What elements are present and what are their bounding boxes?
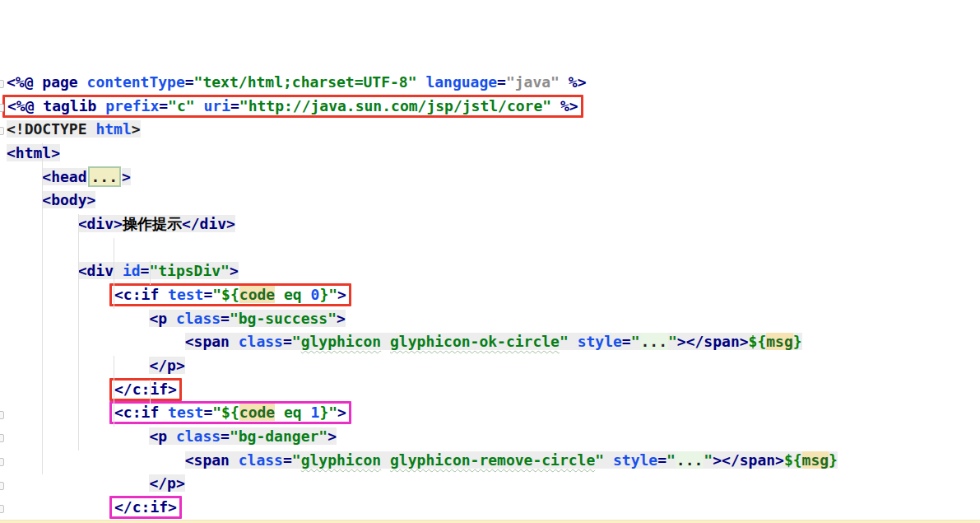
code-line-18[interactable]: </p> [7,472,980,496]
code-token: </p> [149,357,184,374]
code-token: = [622,333,631,350]
code-token: ></span> [713,451,784,469]
code-line-10[interactable]: <c:if test="${code eq 0}"> [7,283,980,307]
code-line-1[interactable]: <%@ page contentType="text/html;charset=… [7,71,980,95]
code-line-9[interactable]: <div id="tipsDiv"> [7,259,980,283]
code-token: = [283,451,292,469]
code-token: <head [42,168,86,185]
code-line-14[interactable]: </c:if> [7,378,980,402]
code-token [302,286,311,303]
code-token: %> [551,97,578,114]
annotation-box-red: <c:if test="${code eq 0}"> [109,283,351,306]
indent-guide [42,143,43,474]
code-token [195,97,204,114]
code-token: " [666,451,676,469]
code-token: = [283,333,292,350]
code-token: 1 [311,404,320,421]
code-token: } [319,286,328,303]
code-token: class [176,427,221,445]
code-token: glyphicon [301,451,382,469]
fold-marker-icon[interactable] [0,411,4,419]
code-token: <div> [78,215,123,232]
fold-marker-icon[interactable] [0,104,4,112]
code-token: <!DOCTYPE [7,120,95,138]
code-token [381,451,390,469]
fold-marker-icon[interactable] [0,505,4,513]
code-token: class [239,333,283,350]
code-token: > [230,262,239,279]
annotation-box-magenta: </c:if> [109,496,182,519]
code-editor[interactable]: <%@ page contentType="text/html;charset=… [0,0,980,523]
code-line-15[interactable]: <c:if test="${code eq 1}"> [7,401,980,425]
code-token: " [595,451,604,469]
code-token [569,333,578,350]
code-token: style [578,333,622,350]
code-token: msg [802,451,829,469]
code-line-11[interactable]: <p class="bg-success"> [7,307,980,331]
code-token: <%@ taglib [7,97,105,114]
indent-guide [150,380,151,404]
fold-marker-icon[interactable] [0,458,4,466]
code-line-3[interactable]: <!DOCTYPE html> [7,118,980,142]
bottom-panel-edge [0,520,980,523]
code-line-16[interactable]: <p class="bg-danger"> [7,425,980,449]
code-line-12[interactable]: <span class="glyphicon glyphicon-ok-circ… [7,330,980,354]
code-line-6[interactable]: <body> [7,189,980,212]
code-line-19[interactable]: </c:if> [7,496,980,520]
code-token: glyphicon-remove-circle [390,451,595,469]
code-token: ${ [784,451,802,469]
code-token: = [657,451,666,469]
code-token: style [613,451,657,469]
code-token: eq [284,404,302,421]
code-token: <p [149,427,176,445]
code-token [417,73,426,91]
code-token: " [292,451,301,469]
code-token: <span [185,333,239,350]
code-token: 0 [311,286,320,303]
indent-guide [78,214,79,451]
fold-marker-icon[interactable] [0,80,4,88]
code-token [275,404,284,421]
code-token: <%@ page [7,73,87,91]
code-token: " [560,333,569,350]
code-token: glyphicon-ok-circle [390,333,560,350]
code-line-7[interactable]: <div>操作提示</div> [7,212,980,236]
code-token: "tipsDiv" [149,262,230,279]
code-token: = [497,73,506,91]
code-token: > [132,120,141,138]
code-token: = [141,262,150,279]
code-token: = [159,97,168,114]
code-line-8[interactable] [7,236,980,260]
code-line-5[interactable]: <head...> [7,166,980,189]
annotation-box-red: <%@ taglib prefix="c" uri="http://java.s… [2,95,583,118]
code-token: eq [284,286,302,303]
code-token: "c" [168,97,195,114]
code-token: <c:if [114,286,168,303]
code-line-17[interactable]: <span class="glyphicon glyphicon-remove-… [7,449,980,473]
code-token: " [328,404,337,421]
code-token: " [212,404,221,421]
code-token: ... [640,333,669,350]
fold-marker-icon[interactable] [0,482,4,490]
code-line-4[interactable]: <html> [7,142,980,166]
indent-guide [114,356,114,427]
indent-guide [150,261,151,285]
code-token: = [221,427,230,445]
code-token: > [337,310,346,327]
code-token: = [230,97,239,114]
annotation-box-red: </c:if> [109,378,182,401]
code-token: test [168,404,203,421]
code-line-2[interactable]: <%@ taglib prefix="c" uri="http://java.s… [7,95,980,119]
fold-marker-icon[interactable] [0,127,4,135]
code-token: </c:if> [114,381,177,398]
code-line-13[interactable]: </p> [7,354,980,378]
code-token [604,451,613,469]
code-lines: <%@ page contentType="text/html;charset=… [7,71,980,523]
code-token: ></span> [677,333,749,350]
fold-marker-icon[interactable] [0,434,4,442]
code-token: html [95,120,131,138]
code-token: " [631,333,640,350]
code-token: = [185,73,194,91]
code-token [302,404,311,421]
code-token: msg [766,333,793,350]
